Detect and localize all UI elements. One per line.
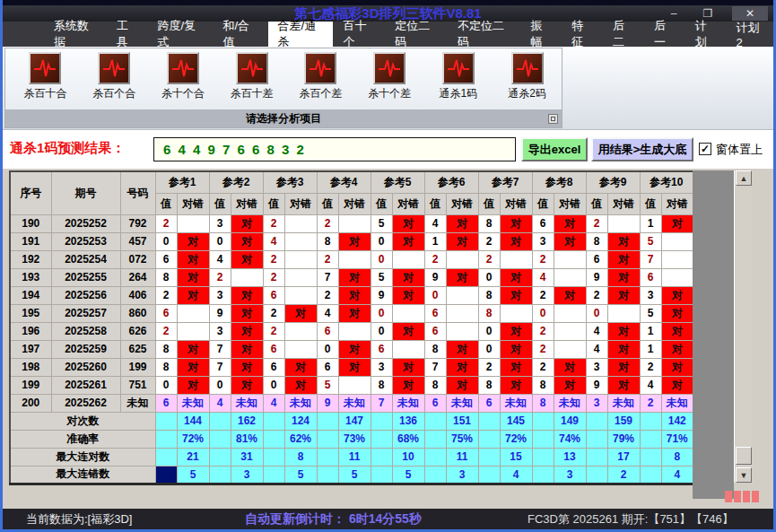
status-cell[interactable]: 对 [177,268,209,286]
status-cell[interactable] [338,322,371,340]
status-cell[interactable]: 对 [177,286,209,304]
stat-spacer-cell[interactable] [586,430,607,448]
stat-spacer-cell[interactable] [532,412,554,430]
value-cell[interactable]: 3 [209,286,231,304]
stat-spacer-cell[interactable] [371,466,392,484]
stat-label-cell[interactable]: 准确率 [10,430,155,448]
status-cell[interactable] [446,250,478,268]
stat-value-cell[interactable]: 31 [231,448,263,466]
stat-value-cell[interactable]: 15 [500,448,532,466]
stat-spacer-cell[interactable] [155,412,177,430]
stat-value-cell[interactable]: 5 [284,466,317,484]
value-cell[interactable]: 0 [371,322,392,340]
value-cell[interactable]: 2 [317,214,338,232]
status-cell[interactable] [284,214,317,232]
value-cell[interactable]: 8 [424,376,446,394]
value-cell[interactable]: 2 [424,250,446,268]
stat-spacer-cell[interactable] [317,466,338,484]
value-cell[interactable]: 8 [155,358,177,376]
stat-value-cell[interactable]: 147 [338,412,371,430]
status-cell[interactable]: 对 [607,250,640,268]
value-cell[interactable]: 3 [209,322,231,340]
stat-spacer-cell[interactable] [263,412,284,430]
status-cell[interactable]: 对 [607,358,640,376]
value-cell[interactable]: 0 [532,304,554,322]
issue-cell[interactable]: 2025260 [51,358,120,376]
menu-item-合差/通杀[interactable]: 合差/通杀 [268,22,334,47]
value-cell[interactable]: 2 [317,250,338,268]
menu-item-计划[interactable]: 计划 [685,22,727,47]
status-cell[interactable]: 对 [392,268,424,286]
status-cell[interactable]: 对 [500,286,532,304]
menu-item-后一[interactable]: 后一 [644,22,685,47]
value-cell[interactable]: 0 [317,340,338,358]
value-cell[interactable]: 8 [317,232,338,250]
scroll-up-icon[interactable]: ▲ [736,170,752,186]
value-cell[interactable]: 2 [155,322,177,340]
stat-spacer-cell[interactable] [586,412,607,430]
stat-label-cell[interactable]: 最大连对数 [10,448,155,466]
status-cell[interactable]: 对 [392,358,424,376]
status-cell[interactable]: 对 [607,340,640,358]
status-cell[interactable]: 对 [500,376,532,394]
stat-spacer-cell[interactable] [209,448,231,466]
status-cell[interactable] [554,304,586,322]
value-cell[interactable]: 6 [424,322,446,340]
issue-cell[interactable]: 2025257 [51,304,120,322]
seq-cell[interactable]: 192 [10,250,51,268]
value-cell[interactable]: 3 [586,358,607,376]
status-cell[interactable]: 对 [500,232,532,250]
value-cell[interactable]: 6 [424,304,446,322]
status-cell[interactable] [661,250,693,268]
value-cell[interactable]: 8 [424,340,446,358]
status-cell[interactable]: 未知 [661,394,693,412]
stat-value-cell[interactable]: 68% [392,430,424,448]
value-cell[interactable]: 5 [371,268,392,286]
value-cell[interactable]: 2 [263,250,284,268]
status-cell[interactable]: 对 [446,340,478,358]
value-cell[interactable]: 3 [586,394,607,412]
menu-item-后二[interactable]: 后二 [603,22,644,47]
stat-spacer-cell[interactable] [424,466,446,484]
status-cell[interactable]: 未知 [177,394,209,412]
value-cell[interactable]: 6 [424,394,446,412]
status-cell[interactable]: 对 [231,340,263,358]
status-cell[interactable]: 对 [500,358,532,376]
value-cell[interactable]: 2 [209,268,231,286]
stat-value-cell[interactable]: 162 [231,412,263,430]
status-cell[interactable]: 对 [392,214,424,232]
issue-cell[interactable]: 2025261 [51,376,120,394]
stat-spacer-cell[interactable] [209,466,231,484]
status-cell[interactable] [177,322,209,340]
menu-item-特征[interactable]: 特征 [562,22,603,47]
value-cell[interactable]: 8 [155,340,177,358]
number-cell[interactable]: 792 [120,214,155,232]
status-cell[interactable]: 对 [500,268,532,286]
value-cell[interactable]: 4 [586,322,607,340]
issue-cell[interactable]: 2025262 [51,394,120,412]
status-cell[interactable]: 对 [554,214,586,232]
status-cell[interactable]: 对 [607,232,640,250]
value-cell[interactable]: 4 [263,232,284,250]
number-cell[interactable]: 199 [120,358,155,376]
value-cell[interactable]: 4 [263,394,284,412]
status-cell[interactable] [338,250,371,268]
status-cell[interactable]: 对 [338,340,371,358]
status-cell[interactable] [607,304,640,322]
seq-cell[interactable]: 194 [10,286,51,304]
status-cell[interactable]: 未知 [284,394,317,412]
stat-value-cell[interactable]: 149 [554,412,586,430]
value-cell[interactable]: 0 [209,376,231,394]
value-cell[interactable]: 6 [155,304,177,322]
value-cell[interactable]: 7 [371,394,392,412]
ribbon-button[interactable]: 通杀1码 [424,48,493,109]
stat-spacer-cell[interactable] [478,430,500,448]
value-cell[interactable]: 0 [371,250,392,268]
status-cell[interactable]: 对 [607,376,640,394]
status-cell[interactable]: 对 [231,214,263,232]
status-cell[interactable]: 对 [446,376,478,394]
stat-value-cell[interactable]: 75% [446,430,478,448]
value-cell[interactable]: 7 [209,340,231,358]
status-cell[interactable]: 对 [661,340,693,358]
value-cell[interactable]: 9 [317,394,338,412]
